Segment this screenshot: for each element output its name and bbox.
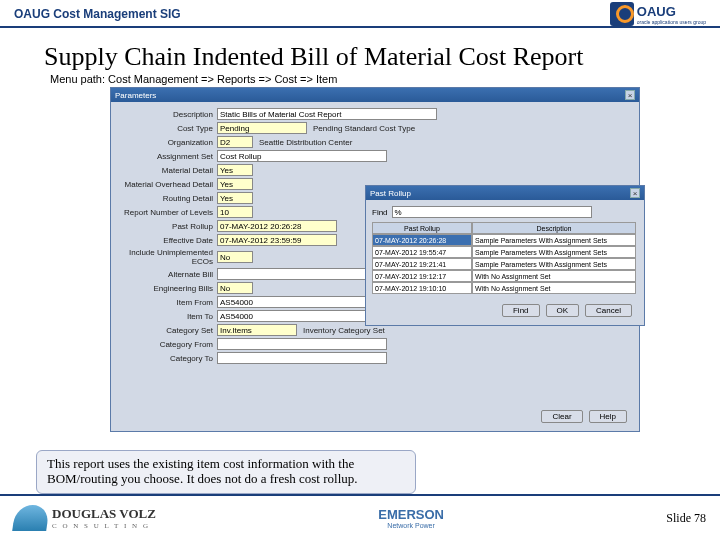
form-row: Cost TypePendingPending Standard Cost Ty… <box>117 122 633 134</box>
form-row: DescriptionStatic Bills of Material Cost… <box>117 108 633 120</box>
parameters-titlebar: Parameters × <box>111 88 639 102</box>
cell-rollup: 07-MAY-2012 19:12:17 <box>372 270 472 282</box>
menu-path: Menu path: Cost Management => Reports =>… <box>50 73 720 85</box>
slide-number: Slide 78 <box>666 511 706 526</box>
field-label: Category From <box>117 340 217 349</box>
cell-desc: Sample Parameters With Assignment Sets <box>472 258 636 270</box>
field-input[interactable] <box>217 352 387 364</box>
find-button[interactable]: Find <box>502 304 540 317</box>
field-input[interactable] <box>217 268 387 280</box>
ok-button[interactable]: OK <box>546 304 580 317</box>
table-row[interactable]: 07-MAY-2012 19:10:10With No Assignment S… <box>372 282 638 294</box>
field-label: Cost Type <box>117 124 217 133</box>
table-row[interactable]: 07-MAY-2012 19:21:41Sample Parameters Wi… <box>372 258 638 270</box>
form-row: Material DetailYes <box>117 164 633 176</box>
col-description: Description <box>472 222 636 234</box>
field-description: Pending Standard Cost Type <box>307 124 415 133</box>
field-input[interactable]: 07-MAY-2012 23:59:59 <box>217 234 337 246</box>
page-title: Supply Chain Indented Bill of Material C… <box>44 42 720 72</box>
parameters-title: Parameters <box>115 91 156 100</box>
field-label: Description <box>117 110 217 119</box>
popup-title: Past Rollup <box>370 189 411 198</box>
field-label: Material Overhead Detail <box>117 180 217 189</box>
screenshot-area: Parameters × DescriptionStatic Bills of … <box>70 87 650 432</box>
field-label: Organization <box>117 138 217 147</box>
oaug-logo-sub: oracle applications users group <box>637 19 706 25</box>
find-input[interactable]: % <box>392 206 592 218</box>
form-row: Category To <box>117 352 633 364</box>
oaug-logo: OAUG oracle applications users group <box>610 2 706 26</box>
field-input[interactable]: Yes <box>217 192 253 204</box>
callout-box: This report uses the existing item cost … <box>36 450 416 494</box>
field-label: Include Unimplemented ECOs <box>117 248 217 266</box>
oaug-logo-icon <box>610 2 634 26</box>
emerson-logo: EMERSON Network Power <box>378 507 444 529</box>
field-input[interactable]: AS54000 <box>217 296 387 308</box>
cell-rollup: 07-MAY-2012 19:55:47 <box>372 246 472 258</box>
footer: DOUGLAS VOLZ C O N S U L T I N G EMERSON… <box>0 494 720 540</box>
table-row[interactable]: 07-MAY-2012 19:55:47Sample Parameters Wi… <box>372 246 638 258</box>
oaug-logo-text: OAUG <box>637 4 706 19</box>
field-label: Item From <box>117 298 217 307</box>
field-label: Category To <box>117 354 217 363</box>
form-row: OrganizationD2Seattle Distribution Cente… <box>117 136 633 148</box>
field-label: Report Number of Levels <box>117 208 217 217</box>
field-description: Inventory Category Set <box>297 326 385 335</box>
header-title: OAUG Cost Management SIG <box>14 7 181 21</box>
close-icon[interactable]: × <box>630 188 640 198</box>
cancel-button[interactable]: Cancel <box>585 304 632 317</box>
field-input[interactable]: Yes <box>217 164 253 176</box>
field-label: Effective Date <box>117 236 217 245</box>
field-input[interactable]: D2 <box>217 136 253 148</box>
cell-rollup: 07-MAY-2012 20:26:28 <box>372 234 472 246</box>
field-label: Assignment Set <box>117 152 217 161</box>
field-label: Routing Detail <box>117 194 217 203</box>
emerson-sub: Network Power <box>378 522 444 529</box>
close-icon[interactable]: × <box>625 90 635 100</box>
col-past-rollup: Past Rollup <box>372 222 472 234</box>
field-input[interactable]: AS54000 <box>217 310 387 322</box>
dv-logo: DOUGLAS VOLZ C O N S U L T I N G <box>14 505 156 531</box>
field-input[interactable]: Cost Rollup <box>217 150 387 162</box>
field-description: Seattle Distribution Center <box>253 138 352 147</box>
emerson-text: EMERSON <box>378 507 444 522</box>
field-input[interactable]: No <box>217 282 253 294</box>
cell-rollup: 07-MAY-2012 19:10:10 <box>372 282 472 294</box>
cell-desc: With No Assignment Set <box>472 270 636 282</box>
field-label: Engineering Bills <box>117 284 217 293</box>
field-label: Material Detail <box>117 166 217 175</box>
field-input[interactable]: 07-MAY-2012 20:26:28 <box>217 220 337 232</box>
table-row[interactable]: 07-MAY-2012 19:12:17With No Assignment S… <box>372 270 638 282</box>
cell-desc: Sample Parameters With Assignment Sets <box>472 234 636 246</box>
field-input[interactable] <box>217 338 387 350</box>
field-label: Past Rollup <box>117 222 217 231</box>
field-input[interactable]: Yes <box>217 178 253 190</box>
form-row: Assignment SetCost Rollup <box>117 150 633 162</box>
header-bar: OAUG Cost Management SIG OAUG oracle app… <box>0 0 720 28</box>
clear-button[interactable]: Clear <box>541 410 582 423</box>
field-label: Item To <box>117 312 217 321</box>
cell-desc: With No Assignment Set <box>472 282 636 294</box>
find-label: Find <box>372 208 392 217</box>
help-button[interactable]: Help <box>589 410 627 423</box>
past-rollup-popup: Past Rollup × Find % Past Rollup Descrip… <box>365 185 645 326</box>
dv-sub: C O N S U L T I N G <box>52 522 156 530</box>
dv-wave-icon <box>12 505 50 531</box>
popup-titlebar: Past Rollup × <box>366 186 644 200</box>
table-row[interactable]: 07-MAY-2012 20:26:28Sample Parameters Wi… <box>372 234 638 246</box>
field-input[interactable]: No <box>217 251 253 263</box>
field-input[interactable]: 10 <box>217 206 253 218</box>
field-input[interactable]: Pending <box>217 122 307 134</box>
dv-main: DOUGLAS VOLZ <box>52 506 156 522</box>
field-label: Alternate Bill <box>117 270 217 279</box>
field-input[interactable]: Inv.Items <box>217 324 297 336</box>
field-label: Category Set <box>117 326 217 335</box>
cell-desc: Sample Parameters With Assignment Sets <box>472 246 636 258</box>
cell-rollup: 07-MAY-2012 19:21:41 <box>372 258 472 270</box>
form-row: Category From <box>117 338 633 350</box>
field-input[interactable]: Static Bills of Material Cost Report <box>217 108 437 120</box>
